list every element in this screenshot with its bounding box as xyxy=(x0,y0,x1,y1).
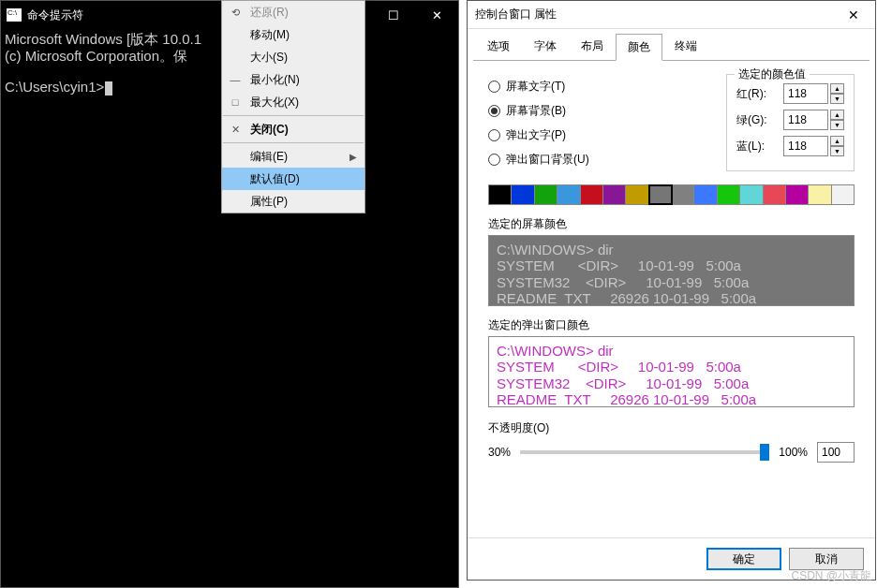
dialog-close-button[interactable]: ✕ xyxy=(832,1,875,29)
color-values-legend: 选定的颜色值 xyxy=(735,66,810,82)
maximize-icon: □ xyxy=(228,96,243,108)
screen-preview-label: 选定的屏幕颜色 xyxy=(488,216,855,232)
cmd-icon xyxy=(7,8,22,22)
popup-color-preview: C:\WINDOWS> dir SYSTEM <DIR> 10-01-99 5:… xyxy=(488,336,855,407)
red-up[interactable]: ▲ xyxy=(830,83,844,94)
cmd-prompt: C:\Users\cyin1> xyxy=(5,79,104,95)
tabs: 选项 字体 布局 颜色 终端 xyxy=(468,29,875,60)
red-down[interactable]: ▼ xyxy=(830,94,844,104)
tab-layout[interactable]: 布局 xyxy=(569,33,616,60)
dialog-title: 控制台窗口 属性 xyxy=(468,7,832,22)
colors-tab-content: 屏幕文字(T) 屏幕背景(B) 弹出文字(P) 弹出窗口背景(U) 选定的颜色值… xyxy=(473,60,870,537)
opacity-max: 100% xyxy=(779,446,808,459)
tab-font[interactable]: 字体 xyxy=(522,33,569,60)
dialog-titlebar[interactable]: 控制台窗口 属性 ✕ xyxy=(468,1,875,29)
tab-colors[interactable]: 颜色 xyxy=(616,34,662,61)
color-swatch[interactable] xyxy=(832,185,854,204)
menu-separator xyxy=(223,142,364,143)
restore-icon: ⟲ xyxy=(228,7,243,19)
menu-size[interactable]: 大小(S) xyxy=(222,46,364,68)
green-up[interactable]: ▲ xyxy=(830,110,844,120)
cursor xyxy=(105,81,112,96)
menu-properties[interactable]: 属性(P) xyxy=(222,190,364,213)
submenu-arrow-icon: ▶ xyxy=(349,152,357,162)
slider-thumb[interactable] xyxy=(760,444,769,461)
green-input[interactable] xyxy=(783,110,828,130)
color-swatch[interactable] xyxy=(809,185,831,204)
color-swatch[interactable] xyxy=(535,185,557,204)
menu-restore[interactable]: ⟲还原(R) xyxy=(222,1,364,23)
menu-defaults[interactable]: 默认值(D) xyxy=(222,168,364,190)
minimize-icon: — xyxy=(228,74,243,85)
color-swatch[interactable] xyxy=(557,185,580,204)
properties-dialog: 控制台窗口 属性 ✕ 选项 字体 布局 颜色 终端 屏幕文字(T) 屏幕背景(B… xyxy=(467,0,876,581)
radio-screen-bg[interactable]: 屏幕背景(B) xyxy=(488,98,707,123)
popup-preview-label: 选定的弹出窗口颜色 xyxy=(488,317,855,333)
color-swatch[interactable] xyxy=(512,185,534,204)
menu-separator xyxy=(223,115,364,116)
radio-screen-text[interactable]: 屏幕文字(T) xyxy=(488,74,707,98)
opacity-slider[interactable] xyxy=(520,450,769,454)
blue-input[interactable] xyxy=(783,136,828,156)
tab-options[interactable]: 选项 xyxy=(475,33,522,60)
color-swatch[interactable] xyxy=(718,185,740,204)
close-icon: ✕ xyxy=(228,124,243,136)
menu-move[interactable]: 移动(M) xyxy=(222,23,364,46)
opacity-label: 不透明度(O) xyxy=(488,420,855,436)
blue-up[interactable]: ▲ xyxy=(830,136,844,146)
menu-maximize[interactable]: □最大化(X) xyxy=(222,91,364,113)
red-input[interactable] xyxy=(783,83,828,104)
color-swatch[interactable] xyxy=(672,185,694,204)
watermark: CSDN @小青龍 xyxy=(791,568,871,584)
color-swatch[interactable] xyxy=(581,185,603,204)
green-down[interactable]: ▼ xyxy=(830,120,844,130)
system-context-menu: ⟲还原(R) 移动(M) 大小(S) —最小化(N) □最大化(X) ✕关闭(C… xyxy=(221,0,365,213)
menu-edit[interactable]: 编辑(E)▶ xyxy=(222,145,364,168)
maximize-button[interactable]: ☐ xyxy=(372,1,415,29)
color-swatch[interactable] xyxy=(603,185,626,204)
cancel-button[interactable]: 取消 xyxy=(789,548,864,570)
menu-minimize[interactable]: —最小化(N) xyxy=(222,68,364,91)
color-swatches xyxy=(488,184,855,205)
screen-color-preview: C:\WINDOWS> dir SYSTEM <DIR> 10-01-99 5:… xyxy=(488,235,855,306)
opacity-input[interactable] xyxy=(817,442,855,463)
radio-popup-text[interactable]: 弹出文字(P) xyxy=(488,123,707,147)
color-target-radios: 屏幕文字(T) 屏幕背景(B) 弹出文字(P) 弹出窗口背景(U) xyxy=(488,74,707,171)
color-swatch[interactable] xyxy=(649,185,672,204)
blue-down[interactable]: ▼ xyxy=(830,146,844,156)
radio-popup-bg[interactable]: 弹出窗口背景(U) xyxy=(488,147,707,171)
menu-close[interactable]: ✕关闭(C) xyxy=(222,118,364,140)
selected-color-values: 选定的颜色值 红(R):▲▼ 绿(G):▲▼ 蓝(L):▲▼ xyxy=(726,74,855,171)
close-button[interactable]: ✕ xyxy=(415,1,458,29)
color-swatch[interactable] xyxy=(489,185,512,204)
opacity-min: 30% xyxy=(488,446,511,459)
color-swatch[interactable] xyxy=(786,185,809,204)
color-swatch[interactable] xyxy=(764,185,786,204)
tab-terminal[interactable]: 终端 xyxy=(662,33,709,60)
color-swatch[interactable] xyxy=(694,185,717,204)
color-swatch[interactable] xyxy=(626,185,648,204)
ok-button[interactable]: 确定 xyxy=(706,548,781,570)
color-swatch[interactable] xyxy=(740,185,763,204)
